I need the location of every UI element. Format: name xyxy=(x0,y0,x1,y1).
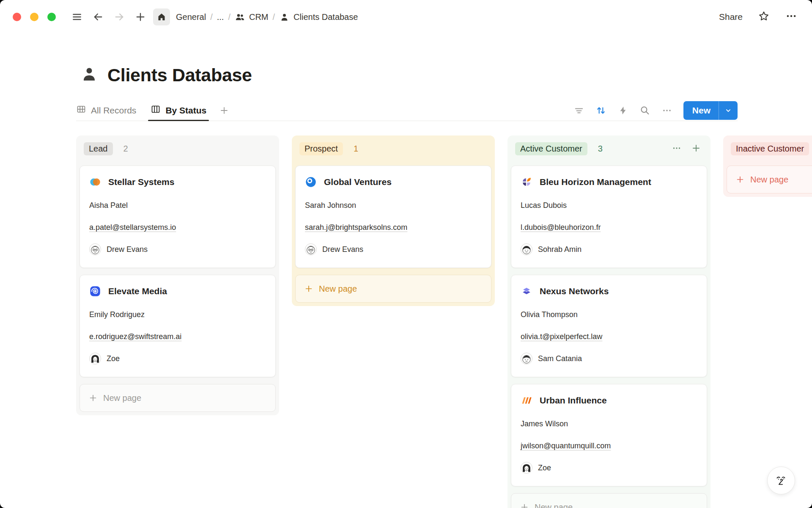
view-more-icon[interactable] xyxy=(658,102,676,119)
new-page-button[interactable]: New page xyxy=(511,493,707,508)
home-icon[interactable] xyxy=(153,8,170,25)
company-name: Stellar Systems xyxy=(108,177,174,187)
owner-row: Sohrab Amin xyxy=(521,243,697,255)
tab-by-status[interactable]: By Status xyxy=(151,100,206,121)
contact-email-link[interactable]: jwilson@quantumquill.com xyxy=(521,442,697,450)
status-badge[interactable]: Active Customer xyxy=(515,142,587,155)
column-header: Prospect 1 xyxy=(295,139,491,155)
sort-icon[interactable] xyxy=(592,102,610,119)
status-badge[interactable]: Inactive Customer xyxy=(731,142,809,155)
tab-all-records[interactable]: All Records xyxy=(76,100,136,121)
contact-email-link[interactable]: sarah.j@brightsparksolns.com xyxy=(305,223,482,232)
slanted-stripes-icon xyxy=(521,395,532,406)
client-card[interactable]: Global Ventures Sarah Johnson sarah.j@br… xyxy=(295,166,491,268)
breadcrumb-separator: / xyxy=(228,12,230,22)
company-name: Global Ventures xyxy=(324,177,392,187)
owner-name: Drew Evans xyxy=(322,245,363,254)
new-button-label: New xyxy=(683,105,719,116)
client-card[interactable]: Bleu Horizon Management Lucas Dubois l.d… xyxy=(511,166,707,268)
automation-lightning-icon[interactable] xyxy=(614,102,632,119)
breadcrumb-label: ... xyxy=(217,12,224,22)
chevron-down-icon[interactable] xyxy=(719,107,738,114)
company-name: Urban Influence xyxy=(540,395,607,406)
new-page-label: New page xyxy=(103,393,141,403)
new-page-label: New page xyxy=(535,502,573,508)
sidebar-menu-icon[interactable] xyxy=(69,8,85,25)
new-page-button[interactable]: New page xyxy=(80,384,276,412)
page-title-row: Clients Database xyxy=(80,64,812,86)
client-card[interactable]: Nexus Networks Olivia Thompson olivia.t@… xyxy=(511,275,707,377)
client-card[interactable]: Stellar Systems Aisha Patel a.patel@stel… xyxy=(80,166,276,268)
client-card[interactable]: Elevate Media Emily Rodriguez e.rodrigue… xyxy=(80,275,276,377)
view-tabs: All Records By Status xyxy=(76,100,229,121)
owner-row: Drew Evans xyxy=(89,243,266,255)
tab-label: All Records xyxy=(91,105,136,116)
contact-name: Sarah Johnson xyxy=(305,201,482,210)
new-page-button[interactable]: New page xyxy=(727,166,812,193)
people-icon xyxy=(235,12,245,22)
contact-name: Aisha Patel xyxy=(89,201,266,210)
card-title-row: Urban Influence xyxy=(521,395,697,406)
person-icon xyxy=(80,64,99,86)
owner-name: Drew Evans xyxy=(107,245,148,254)
breadcrumb-separator: / xyxy=(210,12,213,22)
status-badge[interactable]: Lead xyxy=(84,142,113,155)
card-title-row: Bleu Horizon Management xyxy=(521,176,697,188)
card-list: Stellar Systems Aisha Patel a.patel@stel… xyxy=(80,166,276,377)
breadcrumb-separator: / xyxy=(273,12,275,22)
favorite-star-icon[interactable] xyxy=(758,10,770,24)
card-title-row: Global Ventures xyxy=(305,176,482,188)
new-page-label: New page xyxy=(750,175,788,185)
close-window-button[interactable] xyxy=(13,13,21,21)
owner-name: Sohrab Amin xyxy=(538,245,582,254)
spiral-icon xyxy=(89,285,101,297)
breadcrumb-item[interactable]: ... xyxy=(214,11,227,24)
new-page-label: New page xyxy=(319,284,357,294)
new-tab-plus-icon[interactable] xyxy=(132,8,149,25)
owner-row: Sam Catania xyxy=(521,353,697,364)
breadcrumb-item[interactable]: General xyxy=(173,11,208,24)
back-arrow-icon[interactable] xyxy=(90,8,107,25)
topbar-actions: Share xyxy=(719,10,798,25)
column-actions xyxy=(672,143,703,155)
contact-name: Olivia Thompson xyxy=(521,310,697,319)
contact-name: James Wilson xyxy=(521,420,697,428)
person-icon xyxy=(279,12,290,22)
add-view-plus-icon[interactable] xyxy=(219,100,229,121)
venn-circles-icon xyxy=(89,176,101,188)
column-count: 2 xyxy=(123,144,128,154)
owner-name: Sam Catania xyxy=(538,354,582,363)
company-name: Elevate Media xyxy=(108,286,167,296)
breadcrumb-item[interactable]: Clients Database xyxy=(277,10,360,24)
contact-email-link[interactable]: a.patel@stellarsystems.io xyxy=(89,223,266,232)
column-header: Lead 2 xyxy=(80,139,276,155)
breadcrumb-label: General xyxy=(176,12,206,22)
contact-email-link[interactable]: olivia.t@pixelperfect.law xyxy=(521,332,697,341)
new-record-button[interactable]: New xyxy=(683,101,738,120)
new-page-button[interactable]: New page xyxy=(295,275,491,303)
more-options-icon[interactable] xyxy=(785,10,798,25)
contact-email-link[interactable]: e.rodriguez@swiftstream.ai xyxy=(89,332,266,341)
breadcrumb-item[interactable]: CRM xyxy=(232,10,271,24)
contact-email-link[interactable]: l.dubois@bleuhorizon.fr xyxy=(521,223,697,232)
forward-arrow-icon[interactable] xyxy=(111,8,128,25)
owner-row: Zoe xyxy=(89,353,266,364)
share-button[interactable]: Share xyxy=(719,12,743,22)
breadcrumb-label: Clients Database xyxy=(294,12,358,22)
zoom-window-button[interactable] xyxy=(47,13,56,21)
card-title-row: Stellar Systems xyxy=(89,176,266,188)
card-title-row: Elevate Media xyxy=(89,285,266,297)
column-add-icon[interactable] xyxy=(691,143,701,155)
status-badge[interactable]: Prospect xyxy=(299,142,343,155)
board-view-icon xyxy=(151,104,161,116)
zoe-avatar xyxy=(521,462,532,474)
client-card[interactable]: Urban Influence James Wilson jwilson@qua… xyxy=(511,384,707,486)
minimize-window-button[interactable] xyxy=(30,13,38,21)
column-count: 1 xyxy=(354,144,358,154)
column-more-icon[interactable] xyxy=(672,143,682,155)
view-actions: New xyxy=(570,101,738,120)
company-name: Bleu Horizon Management xyxy=(540,177,651,187)
filter-icon[interactable] xyxy=(570,102,588,119)
search-icon[interactable] xyxy=(636,102,654,119)
assistant-face-button[interactable] xyxy=(767,467,795,494)
